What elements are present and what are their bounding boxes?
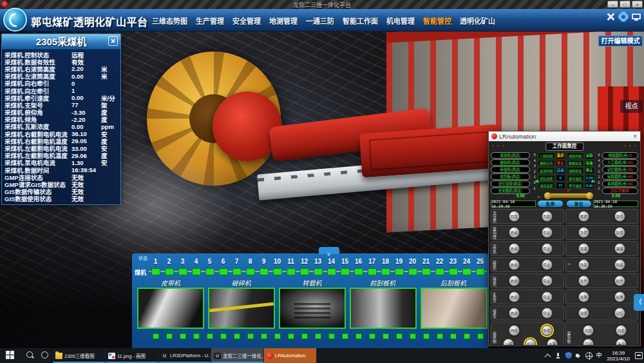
round-button[interactable]: 启动 bbox=[509, 291, 520, 302]
start-button-icon[interactable] bbox=[6, 351, 14, 359]
status-indicator[interactable] bbox=[247, 333, 254, 339]
taskbar-app-button[interactable]: LRAutomation bbox=[264, 348, 317, 363]
status-indicator[interactable] bbox=[369, 333, 375, 339]
status-indicator[interactable] bbox=[261, 333, 267, 339]
round-button[interactable]: 大雾 bbox=[547, 338, 558, 345]
mode-button[interactable]: 采煤机(调试) bbox=[491, 152, 530, 159]
status-indicator[interactable] bbox=[301, 333, 308, 339]
round-button[interactable]: 向左 bbox=[509, 211, 520, 222]
round-button[interactable]: 停止 bbox=[542, 308, 553, 319]
status-indicator[interactable] bbox=[355, 333, 362, 339]
nav-menu-item[interactable]: 一通三防 bbox=[306, 15, 334, 26]
round-button-selected[interactable]: 外喷 bbox=[542, 325, 553, 336]
round-button[interactable]: 停止 bbox=[542, 243, 553, 254]
status-indicator[interactable] bbox=[153, 333, 159, 339]
support-status-indicator[interactable] bbox=[449, 268, 458, 275]
maximize-button[interactable]: □ bbox=[620, 1, 630, 8]
support-status-indicator[interactable] bbox=[435, 268, 444, 275]
round-button[interactable]: 记忆 bbox=[614, 308, 625, 319]
tools-icon[interactable] bbox=[605, 12, 616, 22]
round-button[interactable]: 减速 bbox=[614, 243, 625, 254]
round-button[interactable]: 向右 bbox=[542, 211, 553, 222]
support-status-indicator[interactable] bbox=[408, 268, 417, 275]
support-status-indicator[interactable] bbox=[476, 268, 485, 275]
camera-panel-collapse-chevron[interactable]: « bbox=[319, 247, 339, 254]
camera-thumbnail[interactable] bbox=[137, 288, 204, 329]
round-button[interactable]: 内喷 bbox=[509, 325, 520, 336]
round-button[interactable]: 启动 bbox=[509, 308, 520, 319]
round-button[interactable]: 加速 bbox=[578, 243, 589, 254]
support-status-indicator[interactable] bbox=[341, 268, 350, 275]
status-indicator[interactable] bbox=[166, 333, 173, 339]
taskbar-app-button[interactable]: LR3DPlatform - U... bbox=[158, 348, 211, 363]
round-button[interactable]: 停止 bbox=[542, 275, 553, 286]
hidden-icons-chevron-icon[interactable] bbox=[544, 352, 551, 359]
round-button[interactable]: 停止 bbox=[542, 227, 553, 238]
round-button[interactable]: 左升 bbox=[578, 275, 589, 286]
support-status-indicator[interactable] bbox=[381, 268, 390, 275]
status-indicator[interactable] bbox=[464, 333, 470, 339]
mode-button[interactable]: 人工跟机(手) 101 bbox=[602, 159, 638, 166]
camera-thumbnail[interactable] bbox=[350, 288, 417, 329]
status-indicator[interactable] bbox=[477, 333, 484, 339]
camera-thumbnail[interactable] bbox=[279, 288, 346, 329]
round-button[interactable]: 手动 bbox=[616, 338, 627, 345]
clock[interactable]: 16:39 2021/4/10 bbox=[605, 350, 632, 362]
round-button[interactable]: 割煤 bbox=[578, 308, 589, 319]
lr-close-icon[interactable]: × bbox=[633, 132, 637, 141]
task-view-icon[interactable] bbox=[41, 351, 48, 358]
action-center-icon[interactable] bbox=[635, 352, 643, 359]
round-button[interactable]: 向右 bbox=[614, 259, 625, 270]
nav-menu-item[interactable]: 地测管理 bbox=[269, 15, 298, 26]
search-icon[interactable] bbox=[26, 351, 34, 359]
status-indicator[interactable] bbox=[396, 333, 402, 339]
nav-menu-item[interactable]: 透明化矿山 bbox=[460, 15, 495, 26]
minimize-button[interactable]: – bbox=[607, 1, 618, 8]
language-indicator[interactable]: 中 bbox=[596, 352, 601, 359]
camera-thumbnail[interactable] bbox=[208, 288, 275, 329]
status-indicator[interactable] bbox=[207, 333, 213, 339]
round-button[interactable]: 右降 bbox=[614, 291, 625, 302]
support-status-indicator[interactable] bbox=[178, 268, 187, 275]
round-button[interactable]: 急停 bbox=[578, 227, 589, 238]
support-status-indicator[interactable] bbox=[260, 268, 269, 275]
round-button[interactable]: 右升 bbox=[614, 275, 625, 286]
support-status-indicator[interactable] bbox=[273, 268, 282, 275]
round-button[interactable]: 自动 bbox=[583, 338, 594, 345]
emergency-stop-button[interactable]: 急停 bbox=[538, 201, 562, 207]
round-button[interactable]: 向左 bbox=[583, 325, 594, 336]
status-indicator[interactable] bbox=[437, 333, 443, 339]
open-edit-mode-button[interactable]: 打开编辑模式 bbox=[598, 35, 643, 46]
round-button[interactable]: 启动 bbox=[509, 243, 520, 254]
status-indicator[interactable] bbox=[274, 333, 281, 339]
round-button[interactable]: 停止 bbox=[542, 259, 553, 270]
panel-close-icon[interactable]: × bbox=[108, 36, 118, 46]
status-indicator[interactable] bbox=[220, 333, 227, 339]
support-status-indicator[interactable] bbox=[314, 268, 323, 275]
network-globe-icon[interactable] bbox=[585, 352, 592, 359]
nav-menu-item[interactable]: 机电管理 bbox=[386, 15, 415, 26]
support-status-indicator[interactable] bbox=[422, 268, 431, 275]
round-button[interactable]: 启动 bbox=[509, 227, 520, 238]
camera-thumbnail[interactable] bbox=[421, 288, 488, 329]
round-button-selected[interactable]: 停止 bbox=[525, 338, 536, 345]
mode-button[interactable]: 远程跟机(手) 401 bbox=[602, 173, 638, 180]
nav-menu-item[interactable]: 生产管理 bbox=[196, 15, 224, 26]
viewpoint-tab[interactable]: 视点 bbox=[620, 100, 643, 113]
round-button[interactable]: 启动 bbox=[509, 275, 520, 286]
status-indicator[interactable] bbox=[328, 333, 335, 339]
close-button[interactable]: × bbox=[632, 1, 643, 8]
round-button[interactable]: 复位 bbox=[614, 227, 625, 238]
support-status-indicator[interactable] bbox=[232, 268, 242, 275]
round-button[interactable]: 向右 bbox=[616, 325, 627, 336]
mode-button[interactable]: 视频跟机(手) 11 bbox=[602, 152, 638, 159]
status-indicator[interactable] bbox=[423, 333, 430, 339]
support-status-indicator[interactable] bbox=[219, 268, 228, 275]
collapse-chevron-tab[interactable]: 《 bbox=[634, 294, 644, 311]
round-button[interactable]: 小雾 bbox=[503, 338, 514, 345]
mode-button[interactable]: 前刮板(调试) bbox=[491, 173, 530, 180]
fullscreen-monitor-icon[interactable] bbox=[631, 12, 641, 22]
status-indicator[interactable] bbox=[315, 333, 321, 339]
support-status-indicator[interactable] bbox=[327, 268, 336, 275]
support-status-indicator[interactable] bbox=[192, 268, 201, 275]
